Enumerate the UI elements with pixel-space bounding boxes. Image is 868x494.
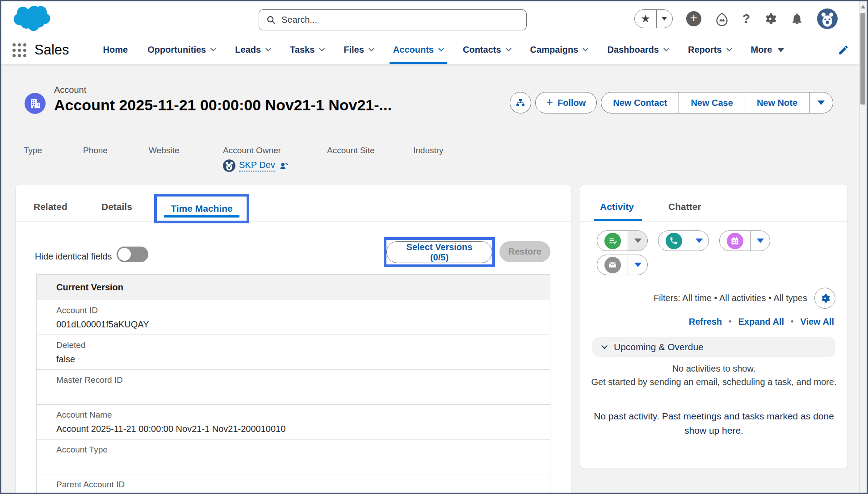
record-detail-card: Related Details Time Machine Hide identi… — [15, 184, 571, 494]
account-hierarchy-button[interactable] — [510, 92, 531, 113]
more-actions-dropdown-button[interactable] — [809, 92, 833, 113]
app-name: Sales — [34, 42, 69, 58]
email-button[interactable] — [597, 255, 628, 275]
chevron-down-icon — [210, 46, 216, 51]
row-label: Deleted — [56, 340, 550, 350]
nav-tab-tasks[interactable]: Tasks — [290, 36, 324, 64]
follow-button[interactable]: + Follow — [535, 92, 597, 113]
task-icon — [604, 233, 621, 249]
select-versions-button[interactable]: Select Versions (0/5) — [386, 241, 492, 263]
help-icon[interactable]: ? — [742, 12, 750, 26]
chevron-down-icon — [601, 343, 608, 349]
favorites-button-group: ★ — [634, 9, 673, 28]
owner-avatar — [223, 159, 235, 172]
row-value: false — [56, 354, 550, 364]
new-contact-button[interactable]: New Contact — [601, 92, 679, 113]
tab-time-machine[interactable]: Time Machine — [171, 203, 233, 214]
new-event-dropdown-button[interactable] — [750, 231, 770, 251]
vertical-scrollbar[interactable] — [859, 1, 867, 493]
annotation-box-time-machine: Time Machine — [154, 194, 249, 223]
setup-gear-icon[interactable] — [763, 12, 777, 25]
nav-tab-dashboards[interactable]: Dashboards — [607, 36, 668, 64]
nav-tab-home[interactable]: Home — [103, 36, 128, 64]
new-task-button-group — [597, 230, 648, 251]
favorites-dropdown-button[interactable] — [656, 10, 672, 28]
app-navigation-bar: Sales Home Opportunities Leads Tasks Fil… — [1, 36, 859, 64]
scrollbar-thumb[interactable] — [860, 13, 865, 105]
separator-dot: • — [729, 317, 731, 327]
nav-tab-campaigns[interactable]: Campaigns — [530, 36, 588, 64]
field-label-account-owner: Account Owner — [223, 146, 327, 155]
tab-details[interactable]: Details — [101, 201, 132, 212]
nav-tab-more[interactable]: More — [751, 36, 785, 64]
no-past-activity-text: No past activity. Past meetings and task… — [593, 409, 835, 437]
log-call-dropdown-button[interactable] — [689, 231, 709, 251]
nav-tab-reports[interactable]: Reports — [688, 36, 731, 64]
field-label-phone: Phone — [83, 146, 149, 155]
row-value: Account 2025-11-21 00:00:00 Nov21-1 Nov2… — [56, 424, 550, 434]
hide-identical-fields-toggle[interactable] — [117, 247, 148, 262]
field-label-website: Website — [149, 146, 223, 155]
owner-link[interactable]: SKP Dev — [239, 160, 275, 172]
email-icon — [604, 257, 621, 273]
plus-icon: + — [546, 95, 553, 109]
new-event-button[interactable] — [720, 231, 750, 251]
view-all-link[interactable]: View All — [800, 317, 834, 327]
nav-tab-contacts[interactable]: Contacts — [463, 36, 511, 64]
user-avatar[interactable] — [817, 8, 838, 29]
chevron-down-icon — [438, 46, 444, 51]
favorite-star-icon[interactable]: ★ — [635, 10, 656, 28]
app-launcher-icon[interactable] — [11, 42, 27, 58]
tab-chatter[interactable]: Chatter — [668, 201, 701, 212]
nav-tab-opportunities[interactable]: Opportunities — [147, 36, 215, 64]
chevron-down-icon — [663, 46, 669, 51]
global-actions-icon[interactable]: + — [686, 11, 701, 26]
upcoming-overdue-section[interactable]: Upcoming & Overdue — [592, 337, 835, 357]
account-owner-value: SKP Dev — [223, 159, 327, 172]
salesforce-logo — [13, 4, 52, 33]
header-utility-icons: ★ + ? — [634, 1, 838, 36]
tab-activity[interactable]: Activity — [600, 201, 634, 212]
separator-dot: • — [791, 317, 793, 327]
email-dropdown-button[interactable] — [628, 255, 647, 275]
filters-text: Filters: All time • All activities • All… — [654, 293, 807, 303]
notifications-bell-icon[interactable] — [790, 12, 804, 25]
log-call-button-group — [658, 230, 709, 251]
email-button-group — [597, 255, 648, 275]
row-value — [56, 389, 550, 399]
highlight-fields: Type Phone Website Account Owner — [24, 146, 444, 172]
restore-button[interactable]: Restore — [499, 241, 550, 262]
new-case-button[interactable]: New Case — [679, 92, 745, 113]
search-input[interactable] — [281, 15, 519, 25]
nav-tabs: Home Opportunities Leads Tasks Files Acc… — [103, 36, 838, 64]
row-value: 001dL00001f5aKUQAY — [56, 319, 550, 330]
scrollbar-up-arrow[interactable] — [861, 5, 865, 8]
nav-tab-leads[interactable]: Leads — [235, 36, 270, 64]
new-task-button[interactable] — [597, 231, 628, 251]
trailhead-icon[interactable] — [715, 12, 729, 26]
row-value — [56, 459, 550, 469]
table-row: Master Record ID — [37, 370, 550, 405]
new-event-button-group — [719, 230, 770, 251]
field-label-account-site: Account Site — [327, 146, 413, 155]
refresh-link[interactable]: Refresh — [689, 317, 722, 327]
tab-related[interactable]: Related — [34, 201, 67, 212]
divider — [592, 399, 835, 399]
task-dropdown-button[interactable] — [628, 231, 647, 251]
annotation-box-select-versions: Select Versions (0/5) — [384, 237, 495, 267]
change-owner-icon[interactable] — [279, 161, 289, 171]
nav-tab-files[interactable]: Files — [344, 36, 373, 64]
tab-divider — [16, 221, 571, 222]
table-row: Account Type — [37, 440, 550, 474]
row-label: Master Record ID — [56, 375, 550, 385]
table-row: Parent Account ID — [37, 474, 550, 494]
table-header: Current Version — [37, 275, 550, 300]
nav-tab-accounts[interactable]: Accounts — [393, 36, 443, 64]
activity-filters: Filters: All time • All activities • All… — [654, 288, 835, 309]
new-note-button[interactable]: New Note — [745, 92, 809, 113]
expand-all-link[interactable]: Expand All — [738, 317, 784, 327]
log-call-button[interactable] — [658, 231, 689, 251]
field-label-type: Type — [24, 146, 83, 155]
edit-nav-pencil-icon[interactable] — [838, 44, 849, 56]
activity-settings-gear-icon[interactable] — [814, 288, 835, 309]
